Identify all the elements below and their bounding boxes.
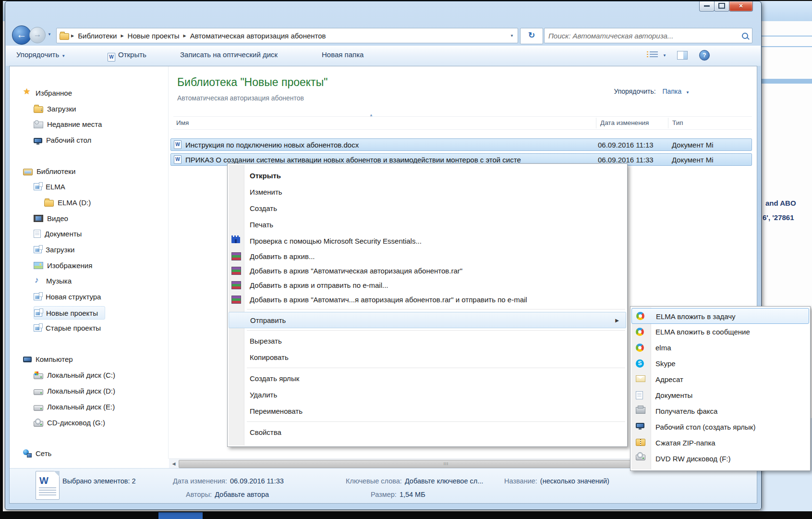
search-icon <box>742 33 748 39</box>
burn-disc-button[interactable]: Записать на оптический диск <box>180 50 278 59</box>
menu-item-named-archive-and-email[interactable]: Добавить в архив "Автоматич...я авториза… <box>228 293 627 307</box>
sidebar-item-old-projects[interactable]: Старые проекты <box>34 321 101 334</box>
cd-drive-icon <box>34 421 43 427</box>
sidebar-item-computer[interactable]: Компьютер <box>23 353 73 365</box>
column-header-date[interactable]: Дата изменения <box>600 119 649 126</box>
menu-item-delete[interactable]: Удалить <box>228 387 627 403</box>
sidebar-item-pictures[interactable]: Изображения <box>34 259 92 272</box>
sidebar-item-cd-g[interactable]: CD-дисковод (G:) <box>34 416 105 429</box>
menu-item-edit[interactable]: Изменить <box>228 184 627 200</box>
sendto-elma[interactable]: elma <box>630 340 810 356</box>
menu-item-cut[interactable]: Вырезать <box>228 333 627 349</box>
videos-icon <box>34 215 43 222</box>
open-button[interactable]: WОткрыть <box>108 50 146 62</box>
column-header-row: Имя ▲ Дата изменения Тип <box>173 116 752 130</box>
new-folder-button[interactable]: Новая папка <box>322 50 364 59</box>
sidebar-item-disk-d[interactable]: Локальный диск (D:) <box>34 384 115 397</box>
preview-pane-button[interactable] <box>677 51 688 60</box>
recent-pages-dropdown[interactable]: ▼ <box>48 32 51 37</box>
menu-item-archive-and-email[interactable]: Добавить в архив и отправить по e-mail..… <box>228 278 627 293</box>
sendto-elma-task[interactable]: ELMA вложить в задачу <box>631 308 809 324</box>
search-input[interactable]: Поиск: Автоматическая авториза... <box>548 32 742 40</box>
arrange-by-control[interactable]: Упорядочить: Папка ▼ <box>614 87 690 95</box>
sendto-dvd-drive[interactable]: DVD RW дисковод (F:) <box>630 451 810 467</box>
sidebar-item-new-projects[interactable]: Новые проекты <box>34 306 105 320</box>
address-bar[interactable]: ▶ Библиотеки ▶ Новые проекты ▶ Автоматич… <box>56 28 518 43</box>
close-button[interactable]: ✕ <box>729 1 753 12</box>
menu-separator <box>247 330 625 331</box>
dvd-drive-icon <box>636 455 645 460</box>
sidebar-item-documents[interactable]: Документы <box>34 227 82 240</box>
menu-item-rename[interactable]: Переименовать <box>228 403 627 420</box>
sidebar-item-disk-e[interactable]: Локальный диск (E:) <box>34 400 115 413</box>
change-view-button[interactable] <box>650 51 658 58</box>
menu-item-add-to-archive[interactable]: Добавить в архив... <box>228 249 627 264</box>
sidebar-item-videos[interactable]: Видео <box>34 212 68 224</box>
arrange-value[interactable]: Папка <box>663 87 682 95</box>
address-folder-icon <box>60 33 69 40</box>
address-dropdown-icon[interactable]: ▼ <box>510 34 515 38</box>
menu-item-security-scan[interactable]: Проверка с помощью Microsoft Security Es… <box>228 233 627 249</box>
search-box[interactable]: Поиск: Автоматическая авториза... <box>544 28 752 43</box>
organize-button[interactable]: Упорядочить▼ <box>16 50 65 59</box>
desktop-icon <box>636 423 644 428</box>
sidebar-item-network[interactable]: Сеть <box>23 447 51 459</box>
breadcrumb-new-projects[interactable]: Новые проекты <box>126 31 182 41</box>
forward-button[interactable]: → <box>29 27 46 43</box>
sidebar-item-elma-library[interactable]: ELMA <box>34 180 65 193</box>
sidebar-item-libraries[interactable]: Библиотеки <box>23 165 75 177</box>
sendto-zip-folder[interactable]: Сжатая ZIP-папка <box>630 435 810 451</box>
sidebar-item-recent-places[interactable]: Недавние места <box>34 118 102 130</box>
sendto-desktop-shortcut[interactable]: Рабочий стол (создать ярлык) <box>630 419 810 435</box>
close-icon: ✕ <box>739 3 743 9</box>
sidebar-item-desktop[interactable]: Рабочий стол <box>34 134 91 146</box>
elma-icon <box>636 312 644 320</box>
minimize-button[interactable] <box>699 1 715 12</box>
menu-item-send-to[interactable]: Отправить ▶ <box>229 312 626 328</box>
sidebar-item-downloads[interactable]: Загрузки <box>34 102 76 115</box>
breadcrumb-libraries[interactable]: Библиотеки <box>76 31 119 41</box>
pictures-icon <box>34 262 43 269</box>
back-button[interactable]: ← <box>12 25 31 45</box>
menu-item-copy[interactable]: Копировать <box>228 349 627 366</box>
sendto-skype[interactable]: S Skype <box>630 356 810 371</box>
chevron-down-icon[interactable]: ▼ <box>663 53 667 58</box>
help-icon: ? <box>703 52 706 59</box>
refresh-button[interactable]: ↻ <box>520 28 543 44</box>
menu-item-new[interactable]: Создать <box>228 200 627 217</box>
menu-separator <box>247 421 625 422</box>
menu-item-open[interactable]: Открыть <box>228 168 627 184</box>
file-type: Документ Mi <box>672 141 714 149</box>
sidebar-item-elma-d[interactable]: ELMA (D:) <box>44 196 91 209</box>
status-keywords[interactable]: Ключевые слова:Добавьте ключевое сл... <box>346 477 483 485</box>
menu-item-properties[interactable]: Свойства <box>228 424 627 441</box>
maximize-button[interactable] <box>714 1 729 12</box>
sidebar-item-disk-c[interactable]: Локальный диск (C:) <box>34 369 115 381</box>
documents-icon <box>636 391 643 399</box>
sidebar-item-downloads-library[interactable]: Загрузки <box>34 243 74 256</box>
scrollbar-grip-icon: III <box>444 461 449 466</box>
sendto-mail-recipient[interactable]: Адресат <box>630 371 810 387</box>
library-title: Библиотека "Новые проекты" <box>177 76 327 89</box>
sort-ascending-icon[interactable]: ▲ <box>369 113 373 117</box>
sidebar-item-new-structure[interactable]: Новая структура <box>34 290 101 303</box>
help-button[interactable]: ? <box>699 50 710 61</box>
breadcrumb-current-folder[interactable]: Автоматическая авторизация абонентов <box>188 31 328 41</box>
scroll-left-icon[interactable]: ◀ <box>170 460 178 468</box>
column-header-name[interactable]: Имя <box>176 119 189 126</box>
file-row-instruction[interactable]: W Инструкция по подключению новых абонен… <box>170 138 752 151</box>
column-divider[interactable] <box>668 118 668 128</box>
status-authors[interactable]: Авторы:Добавьте автора <box>186 491 269 498</box>
status-date-modified: Дата изменения:06.09.2016 11:33 <box>173 477 284 485</box>
chevron-down-icon: ▼ <box>48 32 51 37</box>
menu-item-print[interactable]: Печать <box>228 217 627 233</box>
sendto-elma-message[interactable]: ELMA вложить в сообщение <box>630 324 810 340</box>
sendto-documents[interactable]: Документы <box>630 387 810 403</box>
sendto-fax-recipient[interactable]: Получатель факса <box>630 403 810 419</box>
menu-item-create-shortcut[interactable]: Создать ярлык <box>228 371 627 387</box>
sidebar-item-favorites[interactable]: Избранное <box>23 86 72 99</box>
menu-item-add-to-named-archive[interactable]: Добавить в архив "Автоматическая авториз… <box>228 264 627 278</box>
sidebar-item-music[interactable]: Музыка <box>34 274 72 287</box>
column-header-type[interactable]: Тип <box>672 119 683 126</box>
column-divider[interactable] <box>596 118 596 128</box>
